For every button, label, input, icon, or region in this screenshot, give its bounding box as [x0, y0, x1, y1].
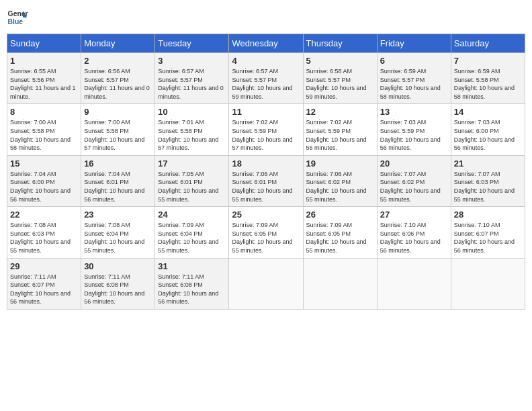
day-info: Sunrise: 7:03 AM Sunset: 5:59 PM Dayligh…	[380, 118, 448, 152]
calendar-day-27: 27 Sunrise: 7:10 AM Sunset: 6:06 PM Dayl…	[377, 207, 451, 258]
day-number: 3	[158, 56, 226, 66]
calendar-day-24: 24 Sunrise: 7:09 AM Sunset: 6:04 PM Dayl…	[155, 207, 229, 258]
day-number: 24	[158, 210, 226, 220]
day-info: Sunrise: 7:10 AM Sunset: 6:07 PM Dayligh…	[454, 221, 522, 255]
calendar-day-29: 29 Sunrise: 7:11 AM Sunset: 6:07 PM Dayl…	[7, 258, 81, 309]
calendar-header-row: SundayMondayTuesdayWednesdayThursdayFrid…	[7, 34, 525, 53]
calendar-week-2: 8 Sunrise: 7:00 AM Sunset: 5:58 PM Dayli…	[7, 104, 525, 155]
day-info: Sunrise: 7:09 AM Sunset: 6:05 PM Dayligh…	[232, 221, 300, 255]
day-info: Sunrise: 7:02 AM Sunset: 5:59 PM Dayligh…	[232, 118, 300, 152]
calendar-day-23: 23 Sunrise: 7:08 AM Sunset: 6:04 PM Dayl…	[81, 207, 155, 258]
calendar-day-9: 9 Sunrise: 7:00 AM Sunset: 5:58 PM Dayli…	[81, 104, 155, 155]
calendar-day-5: 5 Sunrise: 6:58 AM Sunset: 5:57 PM Dayli…	[303, 53, 377, 104]
day-number: 9	[84, 107, 152, 117]
day-number: 30	[84, 261, 152, 271]
day-number: 29	[10, 261, 78, 271]
day-info: Sunrise: 7:11 AM Sunset: 6:08 PM Dayligh…	[84, 273, 152, 306]
day-info: Sunrise: 7:08 AM Sunset: 6:04 PM Dayligh…	[84, 221, 152, 255]
calendar-day-7: 7 Sunrise: 6:59 AM Sunset: 5:58 PM Dayli…	[451, 53, 525, 104]
calendar-day-31: 31 Sunrise: 7:11 AM Sunset: 6:08 PM Dayl…	[155, 258, 229, 309]
day-number: 26	[306, 210, 374, 220]
day-number: 13	[380, 107, 448, 117]
calendar-day-25: 25 Sunrise: 7:09 AM Sunset: 6:05 PM Dayl…	[229, 207, 303, 258]
logo: General Blue	[7, 7, 28, 28]
calendar-day-10: 10 Sunrise: 7:01 AM Sunset: 5:58 PM Dayl…	[155, 104, 229, 155]
header-day-thursday: Thursday	[303, 34, 377, 53]
header-day-sunday: Sunday	[7, 34, 81, 53]
day-info: Sunrise: 6:58 AM Sunset: 5:57 PM Dayligh…	[306, 67, 374, 101]
day-number: 2	[84, 56, 152, 66]
day-info: Sunrise: 6:55 AM Sunset: 5:56 PM Dayligh…	[10, 67, 78, 101]
empty-cell	[229, 258, 303, 309]
day-info: Sunrise: 7:10 AM Sunset: 6:06 PM Dayligh…	[380, 221, 448, 255]
calendar-day-28: 28 Sunrise: 7:10 AM Sunset: 6:07 PM Dayl…	[451, 207, 525, 258]
day-number: 18	[232, 158, 300, 169]
day-number: 27	[380, 210, 448, 220]
day-number: 14	[454, 107, 522, 117]
calendar-day-26: 26 Sunrise: 7:09 AM Sunset: 6:05 PM Dayl…	[303, 207, 377, 258]
day-info: Sunrise: 7:09 AM Sunset: 6:04 PM Dayligh…	[158, 221, 226, 255]
calendar-week-3: 15 Sunrise: 7:04 AM Sunset: 6:00 PM Dayl…	[7, 155, 525, 206]
day-number: 8	[10, 107, 78, 117]
day-info: Sunrise: 7:04 AM Sunset: 6:01 PM Dayligh…	[84, 170, 152, 203]
calendar-day-14: 14 Sunrise: 7:03 AM Sunset: 6:00 PM Dayl…	[451, 104, 525, 155]
day-info: Sunrise: 7:01 AM Sunset: 5:58 PM Dayligh…	[158, 118, 226, 152]
day-info: Sunrise: 7:00 AM Sunset: 5:58 PM Dayligh…	[84, 118, 152, 152]
day-info: Sunrise: 7:11 AM Sunset: 6:07 PM Dayligh…	[10, 273, 78, 306]
day-number: 16	[84, 158, 152, 169]
svg-text:Blue: Blue	[8, 18, 24, 26]
day-info: Sunrise: 7:02 AM Sunset: 5:59 PM Dayligh…	[306, 118, 374, 152]
empty-cell	[303, 258, 377, 309]
day-info: Sunrise: 7:11 AM Sunset: 6:08 PM Dayligh…	[158, 273, 226, 306]
day-info: Sunrise: 6:59 AM Sunset: 5:58 PM Dayligh…	[454, 67, 522, 101]
day-info: Sunrise: 7:06 AM Sunset: 6:02 PM Dayligh…	[306, 170, 374, 203]
day-number: 7	[454, 56, 522, 66]
day-number: 15	[10, 158, 78, 169]
calendar-day-6: 6 Sunrise: 6:59 AM Sunset: 5:57 PM Dayli…	[377, 53, 451, 104]
day-number: 5	[306, 56, 374, 66]
day-number: 6	[380, 56, 448, 66]
day-number: 25	[232, 210, 300, 220]
calendar-day-15: 15 Sunrise: 7:04 AM Sunset: 6:00 PM Dayl…	[7, 155, 81, 206]
day-number: 17	[158, 158, 226, 169]
day-number: 28	[454, 210, 522, 220]
header-day-friday: Friday	[377, 34, 451, 53]
day-info: Sunrise: 7:07 AM Sunset: 6:03 PM Dayligh…	[454, 170, 522, 203]
calendar-week-4: 22 Sunrise: 7:08 AM Sunset: 6:03 PM Dayl…	[7, 207, 525, 258]
header-day-saturday: Saturday	[451, 34, 525, 53]
empty-cell	[377, 258, 451, 309]
day-info: Sunrise: 6:57 AM Sunset: 5:57 PM Dayligh…	[232, 67, 300, 101]
day-info: Sunrise: 7:09 AM Sunset: 6:05 PM Dayligh…	[306, 221, 374, 255]
calendar-day-2: 2 Sunrise: 6:56 AM Sunset: 5:57 PM Dayli…	[81, 53, 155, 104]
day-number: 22	[10, 210, 78, 220]
day-info: Sunrise: 7:07 AM Sunset: 6:02 PM Dayligh…	[380, 170, 448, 203]
calendar-day-12: 12 Sunrise: 7:02 AM Sunset: 5:59 PM Dayl…	[303, 104, 377, 155]
calendar-day-13: 13 Sunrise: 7:03 AM Sunset: 5:59 PM Dayl…	[377, 104, 451, 155]
day-info: Sunrise: 7:04 AM Sunset: 6:00 PM Dayligh…	[10, 170, 78, 203]
day-info: Sunrise: 6:57 AM Sunset: 5:57 PM Dayligh…	[158, 67, 226, 101]
day-info: Sunrise: 6:56 AM Sunset: 5:57 PM Dayligh…	[84, 67, 152, 101]
day-number: 10	[158, 107, 226, 117]
calendar-day-30: 30 Sunrise: 7:11 AM Sunset: 6:08 PM Dayl…	[81, 258, 155, 309]
day-info: Sunrise: 7:06 AM Sunset: 6:01 PM Dayligh…	[232, 170, 300, 203]
empty-cell	[451, 258, 525, 309]
day-info: Sunrise: 6:59 AM Sunset: 5:57 PM Dayligh…	[380, 67, 448, 101]
header-day-wednesday: Wednesday	[229, 34, 303, 53]
calendar-day-8: 8 Sunrise: 7:00 AM Sunset: 5:58 PM Dayli…	[7, 104, 81, 155]
day-info: Sunrise: 7:08 AM Sunset: 6:03 PM Dayligh…	[10, 221, 78, 255]
calendar-day-1: 1 Sunrise: 6:55 AM Sunset: 5:56 PM Dayli…	[7, 53, 81, 104]
calendar-day-4: 4 Sunrise: 6:57 AM Sunset: 5:57 PM Dayli…	[229, 53, 303, 104]
calendar-day-22: 22 Sunrise: 7:08 AM Sunset: 6:03 PM Dayl…	[7, 207, 81, 258]
day-info: Sunrise: 7:05 AM Sunset: 6:01 PM Dayligh…	[158, 170, 226, 203]
day-number: 31	[158, 261, 226, 271]
day-number: 11	[232, 107, 300, 117]
calendar-week-5: 29 Sunrise: 7:11 AM Sunset: 6:07 PM Dayl…	[7, 258, 525, 309]
calendar-day-18: 18 Sunrise: 7:06 AM Sunset: 6:01 PM Dayl…	[229, 155, 303, 206]
day-number: 19	[306, 158, 374, 169]
header-day-tuesday: Tuesday	[155, 34, 229, 53]
day-number: 23	[84, 210, 152, 220]
calendar-day-17: 17 Sunrise: 7:05 AM Sunset: 6:01 PM Dayl…	[155, 155, 229, 206]
day-number: 1	[10, 56, 78, 66]
day-info: Sunrise: 7:00 AM Sunset: 5:58 PM Dayligh…	[10, 118, 78, 152]
calendar-week-1: 1 Sunrise: 6:55 AM Sunset: 5:56 PM Dayli…	[7, 53, 525, 104]
